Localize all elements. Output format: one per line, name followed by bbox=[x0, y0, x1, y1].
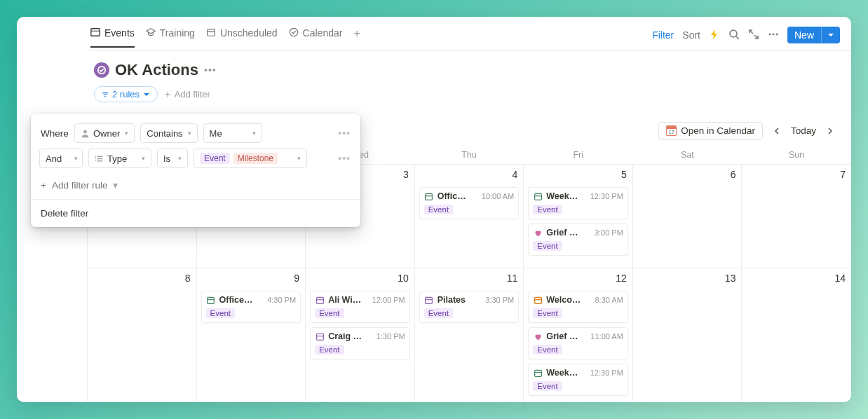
rule2-value-select[interactable]: Event Milestone ▾ bbox=[194, 149, 307, 168]
chevron-down-icon: ▾ bbox=[178, 155, 182, 162]
day-number: 5 bbox=[621, 169, 627, 180]
filter-icon bbox=[102, 91, 109, 98]
today-button[interactable]: Today bbox=[787, 123, 820, 138]
event-head: Office… 4:30 PM bbox=[206, 295, 297, 305]
event-card[interactable]: Pilates 3:30 PM Event bbox=[419, 291, 520, 323]
expand-icon[interactable] bbox=[748, 29, 759, 42]
day-cell[interactable]: 4 Offic… 10:00 AM Event bbox=[415, 165, 524, 268]
delete-filter-button[interactable]: Delete filter bbox=[31, 200, 360, 227]
day-cell[interactable]: 9 Office… 4:30 PM Event bbox=[197, 268, 306, 402]
event-card[interactable]: Offic… 10:00 AM Event bbox=[419, 187, 520, 219]
svg-rect-25 bbox=[534, 193, 541, 200]
day-cell[interactable]: 7 bbox=[742, 165, 851, 268]
event-card[interactable]: Grief … 3:00 PM Event bbox=[528, 224, 628, 256]
search-icon[interactable] bbox=[728, 29, 740, 42]
tab-unscheduled[interactable]: Unscheduled bbox=[206, 27, 278, 48]
event-head: Ali Wi… 12:00 PM bbox=[315, 295, 405, 305]
rule2-op-select[interactable]: Is ▾ bbox=[157, 149, 188, 168]
day-number: 13 bbox=[725, 273, 736, 284]
day-number: 4 bbox=[512, 169, 517, 180]
prev-week-button[interactable] bbox=[768, 123, 785, 139]
event-card[interactable]: Craig … 1:30 PM Event bbox=[310, 327, 410, 359]
plus-icon: + bbox=[165, 89, 170, 99]
event-title: Craig … bbox=[328, 331, 373, 341]
plus-icon: + bbox=[41, 180, 46, 191]
tab-training[interactable]: Training bbox=[146, 27, 195, 48]
chevron-down-icon: ▾ bbox=[142, 155, 145, 162]
event-card[interactable]: Week… 12:30 PM Event bbox=[528, 364, 628, 396]
day-cell[interactable]: 11 Pilates 3:30 PM Event bbox=[415, 268, 524, 402]
rule1-op-label: Contains bbox=[147, 128, 182, 139]
svg-point-10 bbox=[773, 33, 775, 35]
chevron-down-icon: ▾ bbox=[113, 179, 118, 191]
add-rule-label: Add filter rule bbox=[52, 180, 108, 191]
add-filter-button[interactable]: + Add filter bbox=[165, 89, 210, 99]
svg-point-20 bbox=[95, 156, 96, 157]
rule2-conj-select[interactable]: And ▾ bbox=[39, 149, 83, 168]
filter-button[interactable]: Filter bbox=[652, 29, 674, 41]
add-filter-label: Add filter bbox=[175, 89, 210, 99]
day-cell[interactable]: 8 bbox=[88, 268, 197, 402]
event-title: Pilates bbox=[438, 295, 482, 305]
filter-rule-1: Where Owner ▾ Contains ▾ Me ▾ ••• bbox=[31, 123, 360, 143]
new-button-label: New bbox=[787, 27, 821, 43]
rule1-more-icon[interactable]: ••• bbox=[338, 128, 351, 139]
rules-pill[interactable]: 2 rules bbox=[94, 86, 158, 102]
rule2-field-select[interactable]: Type ▾ bbox=[88, 149, 151, 168]
new-button[interactable]: New bbox=[787, 27, 840, 43]
tab-events[interactable]: Events bbox=[90, 27, 135, 48]
rule1-value-select[interactable]: Me ▾ bbox=[203, 123, 262, 143]
day-cell[interactable]: 12 Welco… 8:30 AM Event Grief … 11:00 AM bbox=[524, 268, 633, 402]
event-card[interactable]: Grief … 11:00 AM Event bbox=[528, 327, 628, 359]
day-number: 10 bbox=[398, 273, 409, 284]
event-title: Week… bbox=[546, 368, 586, 378]
event-time: 1:30 PM bbox=[377, 332, 405, 341]
svg-rect-23 bbox=[426, 193, 433, 200]
event-card[interactable]: Week… 12:30 PM Event bbox=[528, 187, 628, 219]
day-cell[interactable]: 13 bbox=[633, 268, 742, 402]
add-view-button[interactable]: + bbox=[353, 27, 360, 47]
tab-calendar[interactable]: Calendar bbox=[289, 27, 343, 48]
topbar: Events Training Unscheduled Calendar + F… bbox=[17, 17, 851, 50]
day-number: 8 bbox=[185, 273, 191, 284]
filter-popup: Where Owner ▾ Contains ▾ Me ▾ ••• And ▾ bbox=[31, 114, 360, 227]
event-card[interactable]: Welco… 8:30 AM Event bbox=[528, 291, 628, 323]
dow-thu: Thu bbox=[414, 150, 524, 160]
day-cell[interactable]: 10 Ali Wi… 12:00 PM Event Craig … 1:30 P… bbox=[306, 268, 415, 402]
event-card[interactable]: Ali Wi… 12:00 PM Event bbox=[310, 291, 410, 323]
rule2-more-icon[interactable]: ••• bbox=[338, 153, 351, 164]
rule1-op-select[interactable]: Contains ▾ bbox=[140, 123, 197, 143]
event-title: Week… bbox=[546, 191, 586, 201]
day-cell[interactable]: 5 Week… 12:30 PM Event Grief … 3:00 PM bbox=[524, 165, 633, 268]
page-icon bbox=[94, 62, 109, 78]
page-more-icon[interactable]: ••• bbox=[204, 64, 217, 76]
event-title: Office… bbox=[219, 295, 264, 305]
day-cell[interactable]: 14 bbox=[742, 268, 851, 402]
chevron-down-icon[interactable] bbox=[821, 27, 840, 43]
event-time: 12:00 PM bbox=[372, 296, 405, 304]
check-circle-icon bbox=[289, 27, 299, 39]
svg-line-6 bbox=[736, 36, 739, 39]
svg-point-11 bbox=[776, 33, 778, 35]
sort-button[interactable]: Sort bbox=[682, 29, 700, 41]
event-tag: Event bbox=[424, 308, 453, 318]
rule1-field-label: Owner bbox=[93, 128, 120, 139]
day-cell[interactable]: 6 bbox=[633, 165, 742, 268]
rule2-op-label: Is bbox=[163, 153, 170, 164]
event-time: 12:30 PM bbox=[590, 369, 623, 377]
event-time: 4:30 PM bbox=[267, 296, 296, 304]
calendar-icon bbox=[206, 27, 216, 39]
event-card[interactable]: Office… 4:30 PM Event bbox=[201, 291, 301, 323]
add-filter-rule-button[interactable]: + Add filter rule ▾ bbox=[31, 174, 360, 199]
event-type-icon bbox=[424, 191, 434, 201]
day-number: 9 bbox=[294, 273, 299, 284]
rule1-field-select[interactable]: Owner ▾ bbox=[74, 123, 135, 143]
event-head: Offic… 10:00 AM bbox=[424, 191, 515, 201]
more-icon[interactable] bbox=[768, 29, 779, 42]
open-in-calendar-button[interactable]: 17 Open in Calendar bbox=[658, 122, 763, 139]
automations-icon[interactable] bbox=[709, 29, 720, 42]
event-title: Welco… bbox=[546, 295, 591, 305]
next-week-button[interactable] bbox=[822, 123, 839, 139]
event-type-icon bbox=[315, 295, 325, 305]
chevron-down-icon: ▾ bbox=[125, 130, 128, 137]
